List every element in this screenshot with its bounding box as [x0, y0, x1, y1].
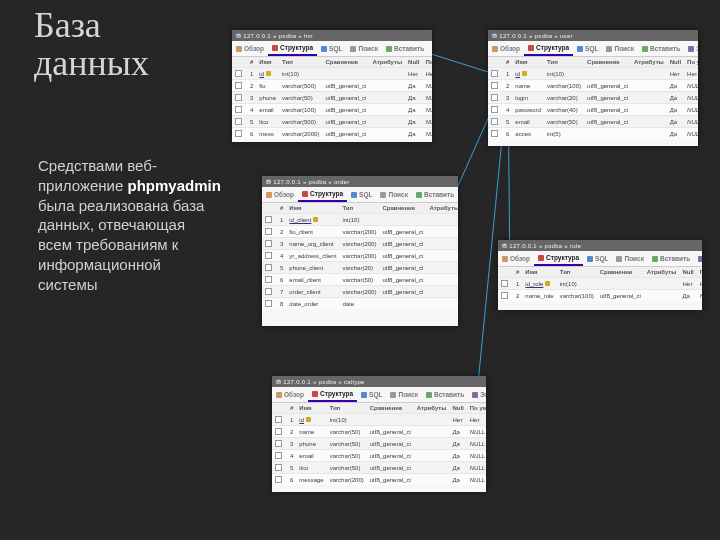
cell-collation	[584, 128, 631, 140]
col-name: Имя	[512, 57, 544, 68]
row-checkbox[interactable]	[235, 118, 242, 125]
table-row: 3phonevarchar(50)utf8_general_ciДаNULL	[232, 92, 432, 104]
row-checkbox[interactable]	[265, 300, 272, 307]
tab-obzor[interactable]: Обзор	[272, 387, 308, 402]
row-checkbox[interactable]	[491, 130, 498, 137]
row-checkbox[interactable]	[501, 292, 508, 299]
tab-sql[interactable]: SQL	[317, 41, 346, 56]
row-checkbox[interactable]	[491, 106, 498, 113]
row-checkbox[interactable]	[265, 228, 272, 235]
row-checkbox[interactable]	[491, 94, 498, 101]
tab-sql[interactable]: SQL	[573, 41, 602, 56]
cell-default: NULL	[422, 80, 432, 92]
tab-insert[interactable]: Вставить	[412, 187, 458, 202]
row-checkbox[interactable]	[265, 216, 272, 223]
tab-insert[interactable]: Вставить	[382, 41, 428, 56]
row-checkbox[interactable]	[265, 264, 272, 271]
tab-obzor[interactable]: Обзор	[498, 251, 534, 266]
row-checkbox[interactable]	[275, 452, 282, 459]
col-attrs: Атрибуты	[426, 203, 458, 214]
cell-num: 5	[503, 116, 512, 128]
col-num: #	[247, 57, 256, 68]
tab-sql[interactable]: SQL	[583, 251, 612, 266]
cell-type: varchar(50)	[544, 116, 584, 128]
tab-search[interactable]: Поиск	[602, 41, 638, 56]
tab-sql[interactable]: SQL	[357, 387, 386, 402]
cell-attrs	[369, 80, 405, 92]
tabstrip: ОбзорСтруктураSQLПоискВставитьЭкспортИмп…	[272, 387, 486, 403]
tab-search[interactable]: Поиск	[346, 41, 382, 56]
table-row: 2namevarchar(50)utf8_general_ciДаNULL	[272, 426, 486, 438]
cell-type: varchar(100)	[279, 104, 322, 116]
cell-name: password	[512, 104, 544, 116]
row-checkbox[interactable]	[235, 130, 242, 137]
cell-attrs	[369, 104, 405, 116]
cell-attrs	[426, 238, 458, 250]
tab-search[interactable]: Поиск	[612, 251, 648, 266]
cell-attrs	[426, 226, 458, 238]
tab-structure[interactable]: Структура	[524, 41, 573, 56]
table-row: 3name_org_clientvarchar(200)utf8_general…	[262, 238, 458, 250]
row-checkbox[interactable]	[265, 252, 272, 259]
row-checkbox[interactable]	[501, 280, 508, 287]
tab-insert[interactable]: Вставить	[638, 41, 684, 56]
tab-sql[interactable]: SQL	[347, 187, 376, 202]
row-checkbox[interactable]	[275, 476, 282, 483]
cell-null: Да	[679, 290, 696, 302]
tab-search[interactable]: Поиск	[376, 187, 412, 202]
table-row: 3phonevarchar(50)utf8_general_ciДаNULL	[272, 438, 486, 450]
cell-type: int(10)	[544, 68, 584, 80]
row-checkbox[interactable]	[265, 276, 272, 283]
row-checkbox[interactable]	[235, 106, 242, 113]
field-name: id	[259, 71, 264, 77]
row-checkbox[interactable]	[275, 464, 282, 471]
row-checkbox[interactable]	[265, 240, 272, 247]
tab-obzor[interactable]: Обзор	[262, 187, 298, 202]
row-checkbox[interactable]	[275, 428, 282, 435]
row-checkbox[interactable]	[275, 416, 282, 423]
cell-null: Да	[449, 450, 466, 462]
cell-type: int(10)	[327, 414, 367, 426]
structure-icon	[302, 191, 308, 197]
tab-structure[interactable]: Структура	[534, 251, 583, 266]
row-checkbox[interactable]	[491, 70, 498, 77]
tab-structure[interactable]: Структура	[298, 187, 347, 202]
col-name: Имя	[256, 57, 279, 68]
row-checkbox[interactable]	[491, 82, 498, 89]
sql-icon	[587, 256, 593, 262]
tab-obzor[interactable]: Обзор	[488, 41, 524, 56]
slide-description: Средствами веб-приложение phpmyadmin был…	[38, 156, 223, 295]
cell-null: Да	[449, 438, 466, 450]
row-checkbox[interactable]	[235, 82, 242, 89]
tab-export[interactable]: Экспорт	[694, 251, 702, 266]
row-checkbox[interactable]	[491, 118, 498, 125]
breadcrumb: ⛃ 127.0.0.1 » psdba » user	[488, 30, 698, 41]
row-checkbox[interactable]	[235, 94, 242, 101]
row-checkbox[interactable]	[265, 288, 272, 295]
table-row: 2name_rolevarchar(100)utf8_general_ciДаN…	[498, 290, 702, 302]
row-checkbox[interactable]	[275, 440, 282, 447]
table-row: 2namevarchar(100)utf8_general_ciДаNULL	[488, 80, 698, 92]
tab-search[interactable]: Поиск	[386, 387, 422, 402]
tab-structure[interactable]: Структура	[308, 387, 357, 402]
tab-export[interactable]: Экспорт	[468, 387, 486, 402]
cell-name: name	[296, 426, 326, 438]
tab-export[interactable]: Экспорт	[684, 41, 698, 56]
cell-attrs	[414, 474, 450, 486]
tab-export[interactable]: Экспорт	[428, 41, 432, 56]
cell-collation	[322, 68, 369, 80]
cell-null: Да	[405, 116, 422, 128]
field-name: yr_address_client	[289, 253, 336, 259]
structure-table: #ИмяТипСравнениеАтрибутыNullПо умолчанию…	[262, 203, 458, 309]
tab-obzor[interactable]: Обзор	[232, 41, 268, 56]
cell-num: 4	[287, 450, 296, 462]
tab-structure[interactable]: Структура	[268, 41, 317, 56]
row-checkbox[interactable]	[235, 70, 242, 77]
primary-key-icon	[545, 281, 550, 286]
cell-null: Да	[405, 80, 422, 92]
table-row: 6messvarchar(2000)utf8_general_ciДаNULL	[232, 128, 432, 140]
cell-null: Да	[667, 80, 684, 92]
tab-insert[interactable]: Вставить	[422, 387, 468, 402]
col-attrs: Атрибуты	[414, 403, 450, 414]
tab-insert[interactable]: Вставить	[648, 251, 694, 266]
